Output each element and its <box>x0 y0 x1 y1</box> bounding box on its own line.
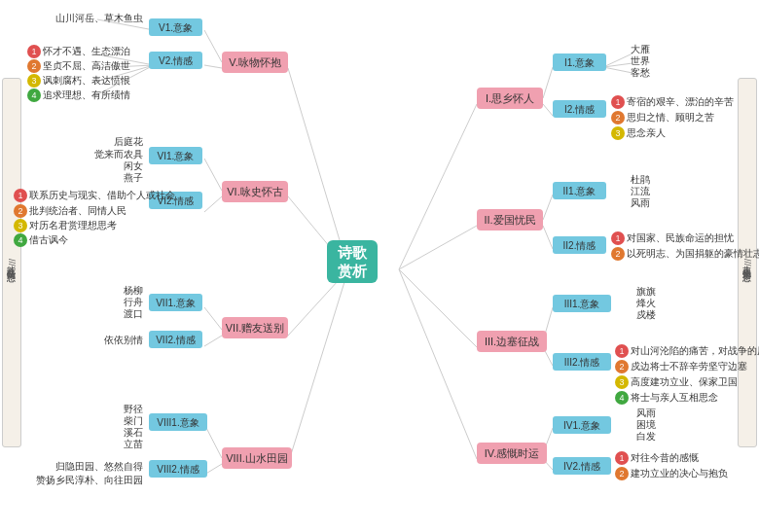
emotion-VI2-4: 4 借古讽今 <box>14 233 68 247</box>
emotion-III2-1: 1 对山河沦陷的痛苦，对战争的厌倦 <box>615 344 759 358</box>
svg-line-18 <box>204 336 222 346</box>
leaf-II1-3: 风雨 <box>611 195 669 210</box>
emotion-II2-1: 1 对国家、民族命运的担忧 <box>611 231 734 245</box>
branch-I1: I1.意象 <box>553 53 606 71</box>
leaf-I1-3: 客愁 <box>611 65 669 80</box>
emotion-V2-4: 4 追求理想、有所绩情 <box>27 89 130 102</box>
svg-line-8 <box>204 30 222 62</box>
emotion-VI2-1: 1 联系历史与现实、借助个人或社会 <box>14 189 175 202</box>
branch-VI: VI.咏史怀古 <box>222 181 288 202</box>
branch-III2: III2.情感 <box>553 353 611 371</box>
svg-line-4 <box>399 104 477 269</box>
leaf-IV1-3: 白发 <box>617 429 675 443</box>
emotion-I2-3: 3 思念亲人 <box>611 126 666 140</box>
svg-line-3 <box>288 269 348 464</box>
leaf-III1-3: 戍楼 <box>617 307 675 322</box>
center-node: 诗歌 赏析 <box>327 240 378 283</box>
svg-line-22 <box>543 104 553 116</box>
svg-line-7 <box>399 269 477 459</box>
leaf-VIII1-4: 立苗 <box>66 437 146 451</box>
branch-V1: V1.意象 <box>149 18 202 36</box>
emotion-I2-1: 1 寄宿的艰辛、漂泊的辛苦 <box>611 95 734 109</box>
branch-VIII1: VIII1.意象 <box>149 413 207 431</box>
svg-line-17 <box>204 307 222 330</box>
emotion-IV2-1: 1 对往今昔的感慨 <box>615 451 699 465</box>
svg-line-0 <box>288 68 348 269</box>
branch-V2: V2.情感 <box>149 52 202 69</box>
svg-line-21 <box>543 67 553 98</box>
svg-line-6 <box>399 269 477 347</box>
leaf-VII1-3: 渡口 <box>66 306 146 321</box>
emotion-V2-2: 2 坚贞不屈、高洁傲世 <box>27 59 130 73</box>
branch-I: I.思乡怀人 <box>477 88 543 109</box>
branch-IV2: IV2.情感 <box>553 457 611 475</box>
branch-VII1: VII1.意象 <box>149 294 202 311</box>
branch-VII: VII.赠友送别 <box>222 317 288 338</box>
sidebar-left: 才能/品格/忧对/思想 <box>2 78 21 447</box>
branch-III: III.边塞征战 <box>477 331 547 352</box>
leaf-VIII2-1: 归隐田园、悠然自得 <box>27 459 146 474</box>
emotion-III2-3: 3 高度建功立业、保家卫国 <box>615 375 738 389</box>
svg-line-26 <box>543 195 553 220</box>
svg-line-15 <box>204 159 222 191</box>
branch-VII2: VII2.情感 <box>149 331 202 348</box>
branch-VIII: VIII.山水田园 <box>222 447 292 469</box>
leaf-VIII2-2: 赞扬乡民淳朴、向往田园 <box>16 473 146 487</box>
branch-II: II.爱国忧民 <box>477 209 543 231</box>
svg-line-5 <box>399 226 477 269</box>
emotion-VI2-3: 3 对历名君赏理想思考 <box>14 219 117 232</box>
svg-line-16 <box>204 196 222 212</box>
branch-II1: II1.意象 <box>553 182 606 199</box>
sidebar-right: 志趣/抱负/劝告/思念 <box>738 78 757 447</box>
emotion-V2-3: 3 讽刺腐朽、表达愤恨 <box>27 74 130 88</box>
leaf-VI1-4: 燕子 <box>66 170 146 185</box>
leaf-VII2-1: 依依别情 <box>49 333 146 347</box>
svg-line-27 <box>543 226 553 249</box>
leaf-V1-1: 山川河岳、草木鱼虫 <box>49 10 146 25</box>
branch-IV1: IV1.意象 <box>553 416 611 434</box>
emotion-II2-2: 2 以死明志、为国捐躯的豪情壮志 <box>611 247 759 261</box>
emotion-I2-2: 2 思归之情、顾明之苦 <box>611 111 714 124</box>
branch-I2: I2.情感 <box>553 100 606 118</box>
branch-VI1: VI1.意象 <box>149 147 202 164</box>
branch-V: V.咏物怀抱 <box>222 52 288 73</box>
emotion-VI2-2: 2 批判统治者、同情人民 <box>14 204 126 218</box>
emotion-III2-4: 4 将士与亲人互相思念 <box>615 391 718 405</box>
emotion-IV2-2: 2 建功立业的决心与抱负 <box>615 467 728 480</box>
emotion-V2-1: 1 怀才不遇、生态漂泊 <box>27 45 130 58</box>
mind-map: 才能/品格/忧对/思想 志趣/抱负/劝告/思念 <box>0 0 759 532</box>
branch-IV: IV.感慨时运 <box>477 443 547 464</box>
branch-VIII2: VIII2.情感 <box>149 460 207 478</box>
branch-II2: II2.情感 <box>553 236 606 254</box>
emotion-III2-2: 2 戍边将士不辞辛劳坚守边塞 <box>615 360 747 373</box>
svg-line-9 <box>204 65 222 68</box>
branch-III1: III1.意象 <box>553 295 611 312</box>
